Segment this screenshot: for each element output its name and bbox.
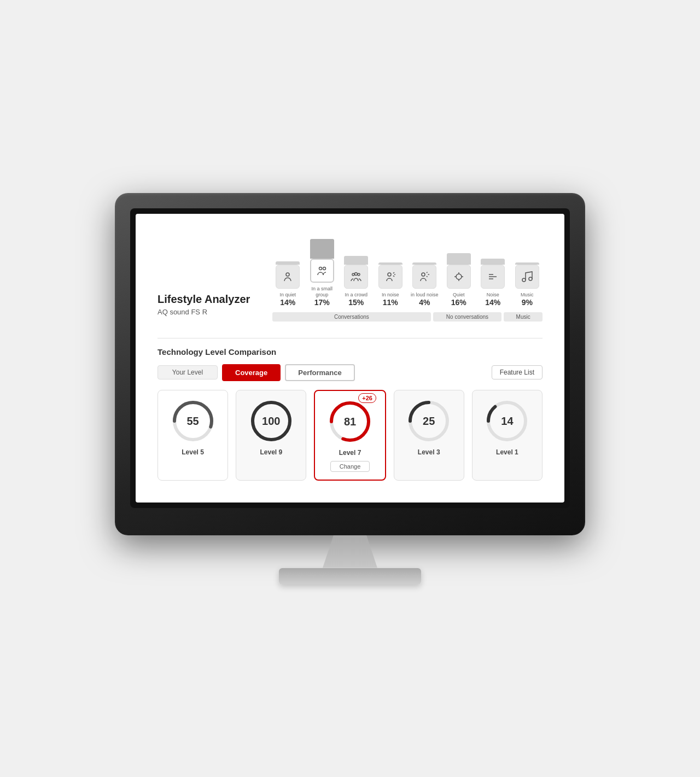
bar-icon-quiet [447,265,471,289]
monitor-base [279,568,421,585]
circle-value-level-7: 81 [344,415,356,428]
bar-pct-in-crowd: 15% [348,298,364,307]
bar-pct-in-noise: 11% [383,298,398,307]
monitor-wrapper: Lifestyle Analyzer AQ sound FS R In quie… [115,193,585,585]
level-name-level-3: Level 3 [418,448,440,456]
bar-label-in-crowd: In a crowd [345,292,368,298]
bar-item-in-small-group: In a small group17% [307,218,338,307]
circle-level-7: +26 81 [328,400,372,443]
circle-level-3: 25 [407,399,451,443]
circle-your-level: 55 [171,399,215,443]
bar-item-in-loud-noise: in loud noise4% [409,224,440,307]
bar-label-noise: Noise [487,292,499,298]
bar-icon-noise [481,265,505,289]
circle-value-level-9: 100 [262,414,280,427]
lifestyle-title: Lifestyle Analyzer [158,293,256,306]
bar-label-in-noise: In noise [382,292,399,298]
bar-item-music: Music9% [512,224,543,307]
bar-icon-in-loud-noise [412,265,436,289]
category-music: Music [504,312,542,322]
your-level-tab-label: Your Level [158,365,218,379]
bar-item-in-noise: In noise11% [375,224,406,307]
monitor-bezel: Lifestyle Analyzer AQ sound FS R In quie… [130,208,570,508]
level-card-level-9: 100 Level 9 [236,390,306,481]
bar-pct-music: 9% [522,298,533,307]
bars-row: In quiet14%In a small group17%In a crowd… [272,230,542,307]
level-card-your-level: 55 Level 5 [158,390,228,481]
level-name-level-7: Level 7 [339,449,361,457]
tech-section: Technology Level Comparison Your Level C… [158,347,542,486]
svg-point-3 [352,273,354,276]
section-divider [158,338,542,338]
change-button-level-7[interactable]: Change [330,461,370,472]
bar-item-quiet: Quiet16% [444,224,475,307]
circle-value-level-1: 14 [501,414,513,427]
bar-chart-container: In quiet14%In a small group17%In a crowd… [272,230,542,322]
circle-level-9: 100 [249,399,293,443]
svg-point-2 [323,267,325,270]
coverage-tab[interactable]: Coverage [222,364,281,381]
circle-value-your-level: 55 [186,414,199,427]
bar-label-in-quiet: In quiet [279,292,296,298]
svg-point-1 [319,267,322,270]
bar-pct-in-loud-noise: 4% [419,298,430,307]
bar-label-in-loud-noise: in loud noise [411,292,439,298]
category-strip: Conversations No conversations Music [272,312,542,322]
svg-point-0 [286,273,289,276]
bar-item-in-quiet: In quiet14% [272,224,304,307]
lifestyle-section: Lifestyle Analyzer AQ sound FS R In quie… [158,230,542,327]
bar-label-music: Music [521,292,534,298]
screen-content: Lifestyle Analyzer AQ sound FS R In quie… [136,214,564,503]
svg-point-6 [388,273,391,276]
bar-label-quiet: Quiet [453,292,465,298]
tech-tabs-row: Your Level Coverage Performance Feature … [158,364,542,381]
monitor-screen: Lifestyle Analyzer AQ sound FS R In quie… [136,214,564,503]
bar-pct-in-quiet: 14% [280,298,295,307]
bar-pct-noise: 14% [485,298,500,307]
bar-icon-in-quiet [276,265,300,289]
category-conversations: Conversations [272,312,431,322]
lifestyle-title-block: Lifestyle Analyzer AQ sound FS R [158,293,256,322]
svg-point-9 [522,278,526,282]
bar-pct-quiet: 16% [451,298,466,307]
level-card-level-7: +26 81 Level 7Change [314,390,386,481]
monitor-body: Lifestyle Analyzer AQ sound FS R In quie… [115,193,585,535]
bar-item-in-crowd: In a crowd15% [341,224,372,307]
tech-title: Technology Level Comparison [158,347,542,357]
bar-item-noise: Noise14% [477,224,509,307]
monitor-neck [323,535,377,568]
svg-point-8 [456,274,462,279]
svg-point-5 [358,273,360,276]
level-name-level-9: Level 9 [260,448,282,456]
performance-tab[interactable]: Performance [285,364,354,381]
bar-label-in-small-group: In a small group [307,286,338,298]
circle-level-1: 14 [485,399,529,443]
level-name-level-1: Level 1 [496,448,518,456]
level-cards-row: 55 Level 5 100 Level 9+26 81 Level 7Chan… [158,390,542,481]
bar-icon-in-small-group [310,259,334,283]
bar-icon-music [515,265,539,289]
svg-point-7 [422,273,425,276]
level-card-level-3: 25 Level 3 [394,390,464,481]
bar-icon-in-crowd [344,265,368,289]
svg-point-10 [529,277,532,281]
lifestyle-subtitle: AQ sound FS R [158,308,256,316]
svg-point-4 [355,272,358,275]
bar-pct-in-small-group: 17% [314,298,330,307]
level-card-level-1: 14 Level 1 [472,390,542,481]
level-name-your-level: Level 5 [182,448,204,456]
feature-list-button[interactable]: Feature List [492,365,542,379]
bar-icon-in-noise [378,265,402,289]
category-no-conversations: No conversations [433,312,502,322]
circle-value-level-3: 25 [423,414,435,427]
